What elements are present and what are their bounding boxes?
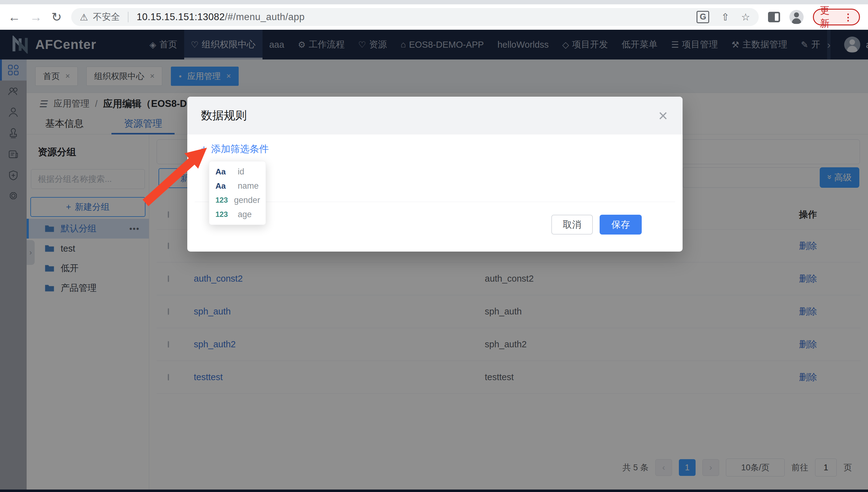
- back-button[interactable]: ←: [8, 11, 21, 23]
- browser-menu-icon[interactable]: ⋮: [844, 12, 853, 23]
- browser-profile-avatar[interactable]: [789, 10, 803, 24]
- browser-toolbar: ← → ↻ ⚠ 不安全 10.15.15.151:13082/#/menu_au…: [0, 4, 868, 30]
- window-titlebar: [0, 0, 868, 4]
- field-option-name[interactable]: Aa name: [209, 179, 266, 193]
- share-icon[interactable]: ⇧: [721, 11, 729, 23]
- modal-title: 数据规则: [201, 108, 247, 123]
- number-type-icon: 123: [215, 196, 228, 204]
- close-icon[interactable]: ×: [658, 107, 668, 124]
- cancel-button[interactable]: 取消: [551, 215, 593, 235]
- modal-divider: [195, 202, 675, 202]
- modal-header: 数据规则 ×: [187, 97, 683, 134]
- field-option-id[interactable]: Aa id: [209, 165, 266, 179]
- text-type-icon: Aa: [215, 167, 232, 177]
- forward-button[interactable]: →: [30, 11, 42, 23]
- translate-icon[interactable]: G: [696, 11, 709, 23]
- not-secure-icon: ⚠: [80, 12, 88, 23]
- text-type-icon: Aa: [215, 181, 232, 191]
- divider: [128, 12, 129, 22]
- field-select-dropdown: Aa id Aa name 123 gender 123 age: [209, 161, 266, 225]
- url-text[interactable]: 10.15.15.151:13082/#/menu_auth/app: [136, 11, 305, 23]
- field-option-age[interactable]: 123 age: [209, 207, 266, 222]
- plus-icon: +: [201, 143, 207, 155]
- bookmark-star-icon[interactable]: ☆: [741, 11, 750, 23]
- chrome-update-button[interactable]: 更新 ⋮: [813, 9, 860, 25]
- side-panel-icon[interactable]: [768, 12, 780, 22]
- save-button[interactable]: 保存: [600, 215, 642, 235]
- security-label[interactable]: 不安全: [93, 11, 120, 23]
- reload-button[interactable]: ↻: [51, 11, 62, 23]
- address-bar[interactable]: ⚠ 不安全 10.15.15.151:13082/#/menu_auth/app…: [71, 8, 759, 26]
- browser-chrome: ← → ↻ ⚠ 不安全 10.15.15.151:13082/#/menu_au…: [0, 0, 868, 30]
- number-type-icon: 123: [215, 210, 232, 219]
- add-filter-link[interactable]: + 添加筛选条件: [201, 143, 269, 155]
- field-option-gender[interactable]: 123 gender: [209, 193, 266, 207]
- screen: ← → ↻ ⚠ 不安全 10.15.15.151:13082/#/menu_au…: [0, 0, 868, 492]
